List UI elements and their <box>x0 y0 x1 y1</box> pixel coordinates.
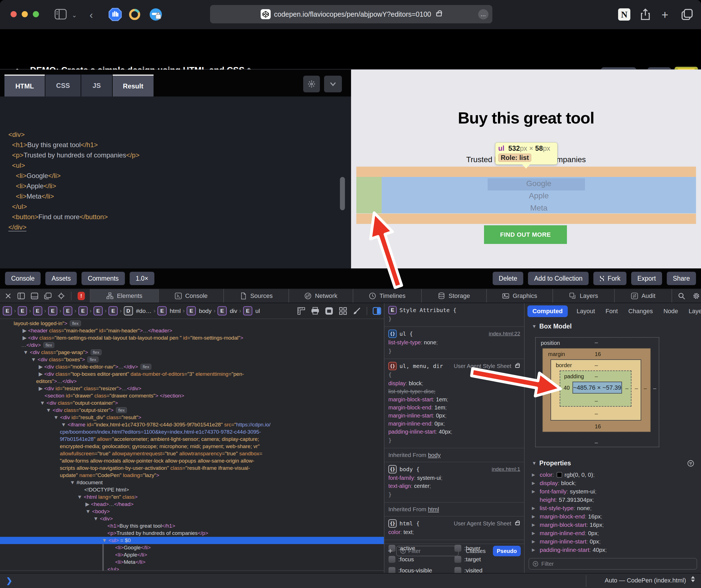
details-tab-layout[interactable]: Layout <box>575 305 597 317</box>
editor-tab-js[interactable]: JS <box>81 74 112 96</box>
devtools-tab-storage[interactable]: Storage <box>421 289 486 303</box>
style-rule[interactable]: {}html {User Agent Style Sheet color: te… <box>385 517 524 540</box>
sidebar-chevron-icon[interactable]: ⌄ <box>72 12 77 19</box>
dom-node[interactable]: "allow-forms allow-modals allow-pointer-… <box>0 457 384 465</box>
editor-tab-html[interactable]: HTML <box>4 74 45 96</box>
style-rule[interactable]: {}ul {index.html:22 list-style-type: non… <box>385 327 524 359</box>
actionbar-comments[interactable]: Comments <box>81 272 125 285</box>
execution-context[interactable]: Auto — CodePen (index.html) <box>605 577 686 584</box>
editor-scrollbar[interactable] <box>340 177 345 210</box>
dom-node[interactable]: layout-side logged-in">flex <box>0 320 384 327</box>
dom-node[interactable]: ▼ <div class="boxes">flex <box>0 356 384 363</box>
breadcrumb-label[interactable]: #do… <box>136 308 152 314</box>
actionbar-fork[interactable]: Fork <box>594 272 627 285</box>
css-declaration[interactable]: padding-inline-start: 40px; <box>388 428 520 436</box>
devtools-tab-console[interactable]: Console <box>158 289 223 303</box>
dom-node[interactable]: <section id="drawer" class="drawer comme… <box>0 392 384 399</box>
breadcrumb-label-html[interactable]: html <box>170 308 181 314</box>
print-icon[interactable] <box>311 307 319 315</box>
computed-property[interactable]: ▶color: rgb(0, 0, 0); <box>532 471 607 479</box>
url-bar[interactable]: codepen.io/flaviocopes/pen/abjpowY?edito… <box>210 5 492 23</box>
rule-source-link[interactable]: index.html:1 <box>492 466 520 472</box>
code-line[interactable]: <li>Google</li> <box>8 171 140 181</box>
dom-node[interactable]: <h1>Buy this great tool</h1> <box>0 522 384 530</box>
issues-badge[interactable]: ! <box>77 292 85 300</box>
computed-property[interactable]: ▶padding-inline-start: 40px; <box>532 546 607 554</box>
details-tab-changes[interactable]: Changes <box>627 305 655 317</box>
computed-property[interactable]: ▶margin-inline-start: 0px; <box>532 537 607 546</box>
dom-node[interactable]: ▼ <html lang="en" class> <box>0 494 384 501</box>
css-declaration[interactable]: margin-inline-start: 0px; <box>388 412 520 420</box>
code-line[interactable]: <p>Trusted by hundreds of companies</p> <box>8 150 140 160</box>
dom-node[interactable]: <li>Google</li> <box>0 544 384 551</box>
box-model-content[interactable]: ~485.76 × ~57.39 <box>572 382 622 393</box>
close-devtools-icon[interactable] <box>5 292 11 300</box>
code-line[interactable]: <ul> <box>8 160 140 171</box>
code-line[interactable]: </div> <box>8 222 140 232</box>
details-tab-layers[interactable]: Layers <box>687 305 701 317</box>
dom-node[interactable]: ▶ <div class="mobile-editor-nav">…</div>… <box>0 363 384 370</box>
computed-property[interactable]: ▶margin-block-end: 16px; <box>532 512 607 521</box>
breadcrumb-element-badge[interactable]: E <box>78 306 87 315</box>
editor-settings-button[interactable] <box>303 76 320 92</box>
css-declaration[interactable]: display: block; <box>388 379 520 387</box>
actionbar-share[interactable]: Share <box>667 272 696 285</box>
css-declaration[interactable]: list-style-type: disc; <box>388 387 520 395</box>
inspect-element-icon[interactable] <box>57 292 65 300</box>
device-frame-icon[interactable] <box>325 307 333 315</box>
breadcrumb-element-badge[interactable]: E <box>33 306 42 315</box>
breadcrumb-element-badge[interactable]: E <box>218 306 227 315</box>
devtools-search-icon[interactable] <box>678 292 685 300</box>
breadcrumb-element-badge[interactable]: E <box>48 306 57 315</box>
tab-overview-icon[interactable] <box>680 8 694 22</box>
style-rule[interactable]: {}body {index.html:1 font-family: system… <box>385 462 524 503</box>
dom-node[interactable]: ▼ <div> <box>0 515 384 522</box>
code-line[interactable]: <button>Find out more</button> <box>8 212 140 222</box>
code-line[interactable]: <li>Meta</li> <box>8 191 140 201</box>
editor-tab-css[interactable]: CSS <box>45 74 81 96</box>
details-tab-node[interactable]: Node <box>662 305 680 317</box>
dom-node[interactable]: ▶ <div class="item-settings-modal tab-la… <box>0 334 384 342</box>
dom-node[interactable]: </ul> <box>0 566 384 571</box>
dom-node[interactable]: update" name="CodePen" loading="lazy"> <box>0 472 384 479</box>
code-line[interactable]: <h1>Buy this great tool</h1> <box>8 139 140 150</box>
window-minimize-button[interactable] <box>22 11 28 17</box>
editor-tab-result[interactable]: Result <box>113 74 154 96</box>
find-out-more-button[interactable]: FIND OUT MORE <box>484 225 567 244</box>
devtools-tab-timelines[interactable]: Timelines <box>353 289 421 303</box>
computed-property[interactable]: height: 57.391304px; <box>532 496 607 504</box>
devtools-tab-sources[interactable]: Sources <box>223 289 288 303</box>
window-zoom-button[interactable] <box>33 11 39 17</box>
breadcrumb-element-badge[interactable]: E <box>63 306 72 315</box>
share-icon[interactable] <box>639 8 652 22</box>
css-declaration[interactable]: text-align: center; <box>388 482 520 490</box>
classes-toggle[interactable]: Classes <box>462 546 490 556</box>
console-prompt[interactable]: ❯ <box>6 576 13 585</box>
css-declaration[interactable]: font-family: system-ui; <box>388 474 520 482</box>
computed-property[interactable]: ▶list-style-type: none; <box>532 504 607 512</box>
css-declaration[interactable]: margin-inline-end: 0px; <box>388 420 520 428</box>
pseudo-toggle[interactable]: Pseudo <box>493 546 521 556</box>
editor-collapse-button[interactable] <box>324 76 342 92</box>
computed-filter-input[interactable]: Filter <box>528 558 697 570</box>
back-button-icon[interactable]: ‹ <box>89 9 93 21</box>
extension-blocker-icon[interactable] <box>108 7 123 23</box>
dom-node[interactable]: ▼ <div id="result_div" class="result"> <box>0 414 384 421</box>
breadcrumb-element-badge[interactable]: E <box>243 306 252 315</box>
dock-bottom-icon[interactable] <box>31 292 38 300</box>
breadcrumb-element-badge[interactable]: E <box>158 306 167 315</box>
details-sidebar-icon[interactable] <box>373 307 381 315</box>
pseudo-checkbox-visited[interactable]: :visited <box>454 567 520 573</box>
new-rule-icon[interactable]: + <box>388 546 393 556</box>
style-rule[interactable]: EStyle Attribute {} <box>385 303 524 327</box>
breadcrumb-document-badge[interactable]: D <box>124 306 133 315</box>
sidebar-toggle-icon[interactable] <box>54 9 67 21</box>
breadcrumb-label-div[interactable]: div <box>230 308 237 314</box>
window-close-button[interactable] <box>11 11 17 17</box>
actionbar-1-0-[interactable]: 1.0× <box>130 272 154 285</box>
dom-node[interactable]: ▼ <body> <box>0 508 384 515</box>
url-more-icon[interactable]: … <box>478 9 488 19</box>
dom-node[interactable]: editors">…</div> <box>0 378 384 385</box>
dom-node[interactable]: <li>Apple</li> <box>0 551 384 559</box>
devtools-tab-layers[interactable]: Layers <box>552 289 614 303</box>
